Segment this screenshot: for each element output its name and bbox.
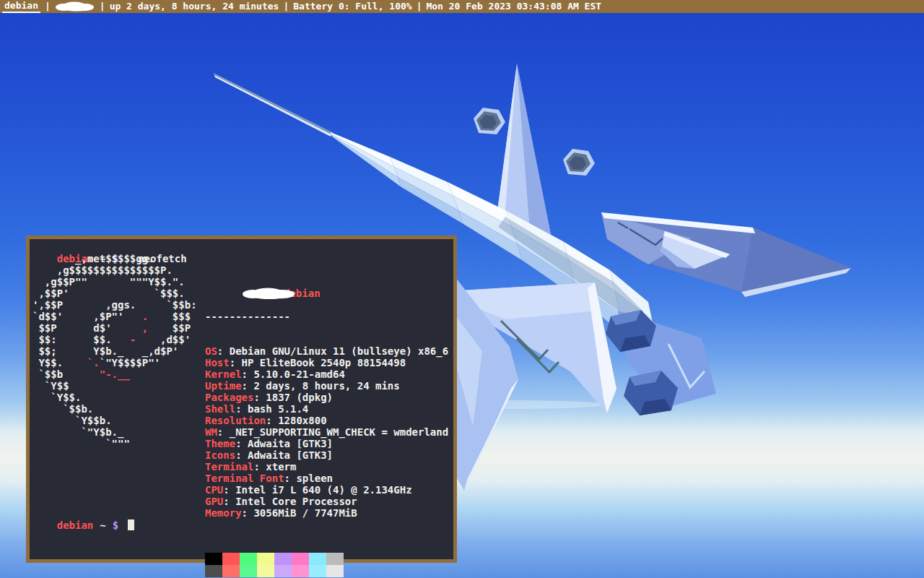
neofetch-field: Terminal: xterm <box>205 461 448 473</box>
ansi-color-swatch <box>326 553 344 565</box>
ansi-color-swatch <box>240 565 257 577</box>
redacted-hostname <box>55 0 95 13</box>
neofetch-title: @debian <box>205 276 448 288</box>
ansi-color-swatch <box>205 565 222 577</box>
battery-status: Battery 0: Full, 100% <box>293 0 411 13</box>
ansi-color-swatch <box>292 553 309 565</box>
ansi-color-swatch <box>292 565 309 577</box>
ansi-color-swatch <box>222 565 240 577</box>
ansi-color-swatch <box>309 565 326 577</box>
ansi-color-swatch <box>222 553 240 565</box>
workspace-indicator[interactable]: debian <box>2 0 40 13</box>
neofetch-field: Terminal Font: spleen <box>205 473 448 484</box>
prompt-user: debian <box>57 519 94 531</box>
redacted-username <box>193 276 297 314</box>
neofetch-field: Memory: 3056MiB / 7747MiB <box>205 507 448 519</box>
ansi-color-swatch <box>240 553 257 565</box>
neofetch-field: WM: _NET_SUPPORTING_WM_CHECK = wmderland <box>205 426 448 438</box>
separator: | <box>417 0 422 13</box>
text-cursor <box>128 519 134 530</box>
terminal-window[interactable]: debian~$neofetch _,met$$$$$gg. ,g$$$$$$$… <box>26 236 457 563</box>
prompt-symbol: $ <box>113 519 118 531</box>
neofetch-fields: OS: Debian GNU/Linux 11 (bullseye) x86_6… <box>205 345 448 519</box>
ansi-color-swatch <box>274 565 292 577</box>
neofetch-field: CPU: Intel i7 L 640 (4) @ 2.134GHz <box>205 484 448 496</box>
separator: | <box>45 0 51 13</box>
neofetch-field: Kernel: 5.10.0-21-amd64 <box>205 368 448 380</box>
ansi-color-swatch <box>309 553 326 565</box>
ansi-color-swatch <box>274 553 292 565</box>
prompt-path: ~ <box>100 519 105 531</box>
neofetch-field: Theme: Adwaita [GTK3] <box>205 438 448 449</box>
status-bar: debian | | up 2 days, 8 hours, 24 minute… <box>0 0 924 13</box>
shell-prompt[interactable]: debian~$ <box>32 508 134 543</box>
neofetch-info: @debian -------------- OS: Debian GNU/Li… <box>205 253 448 578</box>
ascii-art: _,met$$$$$gg. ,g$$$$$$$$$$$$$$$P. ,g$$P"… <box>32 253 197 449</box>
neofetch-field: Resolution: 924x578 <box>205 415 448 426</box>
neofetch-field: GPU: Intel Core Processor <box>205 496 448 507</box>
neofetch-field: Icons: Adwaita [GTK3] <box>205 449 448 461</box>
ansi-palette <box>205 553 448 577</box>
separator: | <box>283 0 289 13</box>
uptime-text: up 2 days, 8 hours, 24 minutes <box>110 0 279 13</box>
clock: Mon 20 Feb 2023 03:43:08 AM EST <box>426 0 601 13</box>
ansi-color-swatch <box>205 553 222 565</box>
separator: | <box>100 0 105 13</box>
ansi-color-swatch <box>257 553 274 565</box>
neofetch-field: Uptime: 2 days, 8 hours, 24 mins <box>205 380 448 392</box>
ansi-color-swatch <box>257 565 274 577</box>
neofetch-field: Host: HP EliteBook 2540p 88154498 <box>205 357 448 368</box>
neofetch-field: Shell: bash 5.1.4 <box>205 403 448 415</box>
neofetch-field: Packages: 1837 (dpkg) <box>205 392 448 403</box>
ansi-color-swatch <box>326 565 344 577</box>
neofetch-field: OS: Debian GNU/Linux 11 (bullseye) x86_6 <box>205 345 448 357</box>
